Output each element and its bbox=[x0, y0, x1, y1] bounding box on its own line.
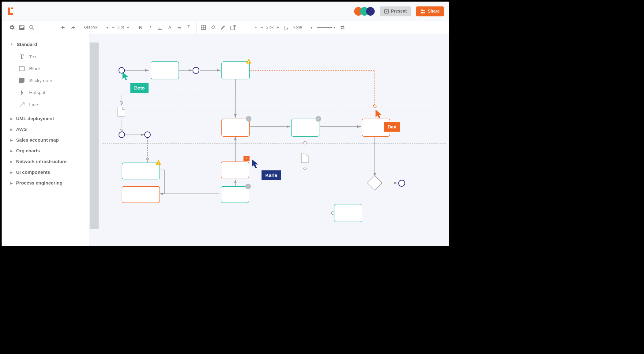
check-badge-icon: ✓ bbox=[315, 116, 321, 122]
svg-point-1 bbox=[421, 9, 423, 11]
increase-icon[interactable]: + bbox=[277, 25, 279, 30]
svg-point-13 bbox=[215, 28, 216, 29]
task-rect[interactable]: ❝ bbox=[221, 162, 249, 178]
fill-icon[interactable] bbox=[210, 24, 217, 30]
chevron-right-icon: ▶ bbox=[10, 181, 13, 185]
gear-icon[interactable] bbox=[9, 24, 15, 30]
border-icon[interactable] bbox=[201, 24, 207, 30]
decrease-icon[interactable]: − bbox=[261, 25, 263, 30]
collaborator-cursor-karla: Karla bbox=[251, 158, 260, 170]
font-size-stepper[interactable]: − 8 pt + bbox=[112, 25, 129, 30]
canvas-gutter bbox=[90, 43, 99, 229]
dropdown-icon[interactable]: ▾ bbox=[244, 24, 257, 30]
gateway-icon[interactable] bbox=[303, 141, 307, 145]
svg-line-6 bbox=[32, 28, 34, 30]
chevron-right-icon: ▶ bbox=[10, 160, 13, 163]
increase-icon[interactable]: + bbox=[127, 25, 129, 30]
document-icon[interactable] bbox=[301, 153, 309, 163]
sidebar-item-line[interactable]: Line bbox=[19, 99, 81, 111]
collaborator-avatars[interactable] bbox=[354, 7, 375, 16]
chevron-right-icon: ▶ bbox=[10, 149, 13, 153]
task-rect[interactable] bbox=[221, 61, 250, 79]
gateway-icon[interactable] bbox=[303, 166, 307, 171]
svg-point-5 bbox=[30, 25, 33, 29]
redo-icon[interactable] bbox=[70, 24, 76, 30]
image-icon[interactable] bbox=[19, 24, 25, 30]
shape-check-icon[interactable] bbox=[230, 24, 236, 30]
bold-icon[interactable]: B bbox=[137, 24, 143, 30]
present-button[interactable]: Present bbox=[380, 6, 411, 16]
collaborator-cursor-beto: Beto bbox=[122, 71, 130, 82]
start-event[interactable] bbox=[119, 131, 125, 138]
task-rect[interactable] bbox=[151, 61, 179, 79]
sidebar-section-ui[interactable]: ▶UI components bbox=[2, 167, 89, 178]
sidebar-section-network[interactable]: ▶Network infrastructure bbox=[2, 156, 89, 167]
line-corner-icon[interactable] bbox=[283, 24, 289, 30]
collaborator-cursor-dax: Dax bbox=[375, 109, 383, 120]
arrow-style-icon[interactable]: ▾ bbox=[316, 24, 336, 30]
task-rect[interactable] bbox=[122, 186, 160, 203]
italic-icon[interactable]: I bbox=[147, 24, 153, 30]
sidebar-item-text[interactable]: T Text bbox=[19, 51, 81, 63]
swap-icon[interactable] bbox=[340, 24, 346, 30]
svg-rect-17 bbox=[19, 67, 24, 71]
cursor-label: Dax bbox=[384, 122, 400, 132]
text-format-icon[interactable]: T↓ bbox=[186, 24, 193, 30]
align-icon[interactable] bbox=[177, 24, 183, 30]
intermediate-event[interactable] bbox=[193, 67, 199, 74]
svg-point-4 bbox=[21, 26, 21, 27]
task-rect[interactable] bbox=[334, 204, 362, 222]
task-rect[interactable]: ✓ bbox=[221, 119, 250, 137]
end-event[interactable] bbox=[398, 180, 405, 187]
check-badge-icon: ✓ bbox=[246, 116, 251, 122]
chevron-right-icon: ▶ bbox=[10, 171, 13, 174]
sidebar-item-sticky[interactable]: Sticky note bbox=[19, 75, 81, 87]
share-button[interactable]: Share bbox=[416, 6, 444, 16]
line-icon bbox=[19, 102, 25, 108]
search-icon[interactable] bbox=[29, 24, 35, 30]
swimlane-divider bbox=[103, 112, 446, 112]
sidebar-section-org[interactable]: ▶Org charts bbox=[2, 146, 89, 156]
sticky-icon bbox=[19, 78, 25, 84]
toolbar: Graphik ▾ − 8 pt + B I U A T↓ ▾ bbox=[2, 21, 449, 34]
line-width-stepper[interactable]: − 2 px + bbox=[261, 25, 279, 30]
sidebar-section-aws[interactable]: ▶AWS bbox=[2, 124, 89, 135]
task-rect[interactable]: ✓ bbox=[291, 119, 319, 137]
connectors bbox=[90, 34, 449, 246]
hotspot-icon bbox=[19, 90, 25, 96]
sidebar-section-standard[interactable]: ▼ Standard T Text Block Sticky note bbox=[2, 39, 89, 113]
logo[interactable] bbox=[7, 7, 13, 16]
main: ▼ Standard T Text Block Sticky note bbox=[2, 34, 449, 246]
sidebar-item-block[interactable]: Block bbox=[19, 63, 81, 74]
line-style-select[interactable]: None ▾ bbox=[293, 25, 312, 30]
text-color-icon[interactable]: A bbox=[167, 24, 173, 30]
decrease-icon[interactable]: − bbox=[112, 25, 114, 30]
sidebar-item-hotspot[interactable]: Hotspot bbox=[19, 87, 81, 99]
task-rect[interactable]: ✓ bbox=[221, 186, 249, 203]
document-icon[interactable] bbox=[118, 107, 125, 117]
sidebar-section-process[interactable]: ▶Process engineering bbox=[2, 178, 89, 188]
avatar[interactable] bbox=[366, 7, 375, 16]
sidebar-section-sales[interactable]: ▶Sales account map bbox=[2, 135, 89, 146]
chevron-right-icon: ▶ bbox=[10, 117, 13, 120]
app-frame: Present Share Graphik ▾ − 8 pt bbox=[0, 0, 451, 248]
intermediate-event[interactable] bbox=[144, 131, 151, 138]
shapes-sidebar: ▼ Standard T Text Block Sticky note bbox=[2, 34, 90, 246]
gateway-icon[interactable] bbox=[373, 104, 377, 108]
warning-badge-icon bbox=[156, 160, 161, 165]
task-rect[interactable] bbox=[122, 163, 160, 180]
present-label: Present bbox=[391, 9, 407, 14]
swimlane-divider bbox=[103, 143, 446, 144]
svg-line-18 bbox=[20, 103, 23, 107]
undo-icon[interactable] bbox=[60, 24, 66, 30]
sidebar-section-uml[interactable]: ▶UML deployment bbox=[2, 113, 89, 124]
underline-icon[interactable]: U bbox=[157, 24, 163, 30]
font-family-select[interactable]: Graphik ▾ bbox=[84, 25, 108, 30]
pencil-icon[interactable] bbox=[220, 24, 226, 30]
gateway[interactable] bbox=[367, 175, 382, 190]
chevron-down-icon: ▾ bbox=[311, 25, 312, 30]
block-icon bbox=[19, 66, 25, 72]
canvas[interactable]: ✓ ✓ ❝ ✓ bbox=[90, 34, 449, 246]
comment-badge-icon[interactable]: ❝ bbox=[243, 156, 250, 161]
chevron-down-icon: ▾ bbox=[106, 25, 108, 30]
